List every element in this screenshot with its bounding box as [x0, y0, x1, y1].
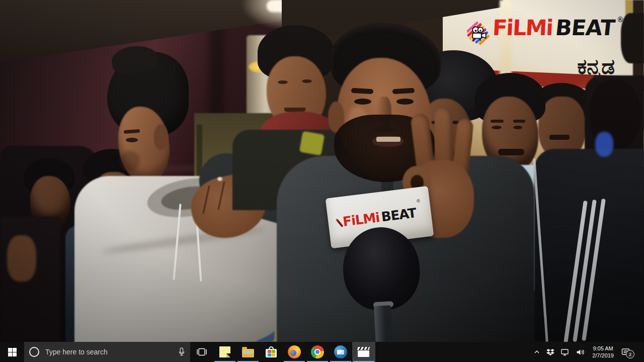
action-center-button[interactable]: 2	[620, 347, 633, 357]
desktop-screen: FiLMi BEAT ®	[0, 0, 644, 362]
clapperboard-body	[358, 350, 369, 357]
taskbar-search-box[interactable]	[24, 342, 190, 362]
system-tray: 9:05 AM 2/7/2019 2	[533, 342, 644, 362]
filmibeat-camera-icon	[467, 17, 490, 50]
dropbox-icon[interactable]	[545, 347, 555, 357]
file-explorer-icon	[242, 349, 254, 357]
network-icon[interactable]	[560, 347, 571, 357]
microsoft-store-button[interactable]	[260, 342, 283, 362]
filmibeat-watermark: FiLMi BEAT ® ಕನ್ನಡ	[467, 17, 623, 78]
chrome-icon	[311, 345, 324, 358]
watermark-kannada-text: ಕನ್ನಡ	[467, 55, 623, 78]
watermark-brand-black: BEAT	[554, 17, 616, 39]
task-view-button[interactable]	[190, 342, 213, 362]
thunderbird-button[interactable]	[329, 342, 352, 362]
microphone-icon[interactable]	[178, 347, 185, 356]
watermark-registered-mark: ®	[618, 16, 623, 23]
volume-icon[interactable]	[575, 347, 586, 357]
taskbar-clock[interactable]: 9:05 AM 2/7/2019	[590, 345, 616, 359]
clock-date: 2/7/2019	[592, 352, 614, 359]
windows-taskbar: 9:05 AM 2/7/2019 2	[0, 342, 644, 362]
microsoft-store-icon	[266, 349, 277, 357]
chrome-button[interactable]	[306, 342, 329, 362]
windows-logo-icon	[8, 348, 17, 356]
file-explorer-button[interactable]	[236, 342, 260, 362]
clock-time: 9:05 AM	[592, 345, 614, 352]
notification-badge: 2	[626, 350, 634, 358]
taskbar-app-buttons	[190, 342, 375, 362]
movies-tv-button[interactable]	[352, 342, 375, 362]
task-view-icon	[196, 347, 207, 356]
sticky-notes-icon	[219, 346, 230, 357]
sticky-notes-button[interactable]	[213, 342, 236, 362]
search-input[interactable]	[44, 347, 173, 356]
start-button[interactable]	[0, 342, 24, 362]
thunderbird-icon	[334, 345, 347, 358]
watermark-brand-red: FiLMi	[492, 17, 553, 39]
firefox-icon	[288, 345, 301, 358]
hidden-icons-chevron[interactable]	[533, 349, 541, 355]
movies-tv-icon	[358, 347, 370, 358]
cortana-icon	[29, 347, 39, 357]
firefox-button[interactable]	[283, 342, 306, 362]
video-player[interactable]: FiLMi BEAT ®	[0, 0, 644, 342]
clapperboard-top	[357, 347, 370, 350]
